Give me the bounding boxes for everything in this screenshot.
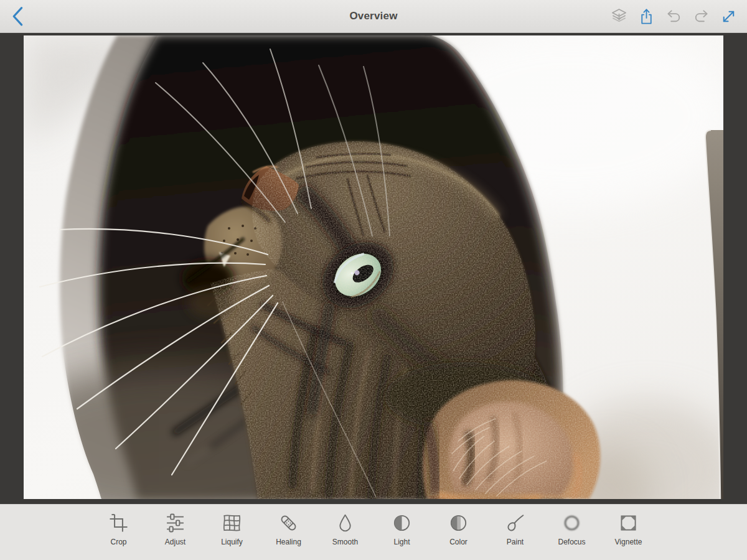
flatten-layers-button[interactable] xyxy=(609,7,629,26)
tool-healing[interactable]: Healing xyxy=(260,512,317,546)
defocus-circle-icon xyxy=(561,512,583,534)
flatten-layers-icon xyxy=(610,7,628,26)
tool-label: Smooth xyxy=(332,538,358,546)
top-bar: Overview xyxy=(0,0,747,33)
tool-label: Paint xyxy=(507,538,524,546)
smooth-drop-icon xyxy=(334,512,356,534)
tool-liquify[interactable]: Liquify xyxy=(204,512,260,546)
tool-label: Defocus xyxy=(558,538,585,546)
tool-strip: Crop Adjust Liquify xyxy=(0,504,747,560)
top-bar-actions xyxy=(609,6,738,26)
share-icon xyxy=(637,7,655,26)
adjust-sliders-icon xyxy=(164,512,186,534)
light-half-circle-icon xyxy=(391,512,413,534)
tool-defocus[interactable]: Defocus xyxy=(543,512,600,546)
redo-button[interactable] xyxy=(692,7,711,26)
tool-label: Adjust xyxy=(165,538,186,546)
tool-label: Color xyxy=(449,538,467,546)
fullscreen-button[interactable] xyxy=(719,7,738,26)
tool-paint[interactable]: Paint xyxy=(487,512,543,546)
tool-color[interactable]: Color xyxy=(430,512,487,546)
paint-brush-icon xyxy=(504,512,526,534)
photo-canvas[interactable] xyxy=(24,35,723,499)
undo-button[interactable] xyxy=(664,7,684,26)
tool-adjust[interactable]: Adjust xyxy=(147,512,204,546)
tool-vignette[interactable]: Vignette xyxy=(600,512,657,546)
redo-icon xyxy=(692,7,710,26)
tool-light[interactable]: Light xyxy=(374,512,430,546)
color-circle-icon xyxy=(448,512,469,534)
liquify-grid-icon xyxy=(221,512,243,534)
vignette-frame-icon xyxy=(618,512,639,534)
share-button[interactable] xyxy=(637,7,656,26)
canvas-area xyxy=(0,32,747,504)
tool-smooth[interactable]: Smooth xyxy=(317,512,374,546)
crop-icon xyxy=(108,512,129,534)
healing-bandage-icon xyxy=(278,512,299,534)
tool-label: Vignette xyxy=(615,538,642,546)
tool-label: Crop xyxy=(110,538,126,546)
undo-icon xyxy=(665,7,683,26)
tool-label: Light xyxy=(393,538,410,546)
fullscreen-expand-icon xyxy=(720,7,738,26)
tool-label: Healing xyxy=(276,538,301,546)
tool-label: Liquify xyxy=(221,538,243,546)
tool-crop[interactable]: Crop xyxy=(90,512,147,546)
